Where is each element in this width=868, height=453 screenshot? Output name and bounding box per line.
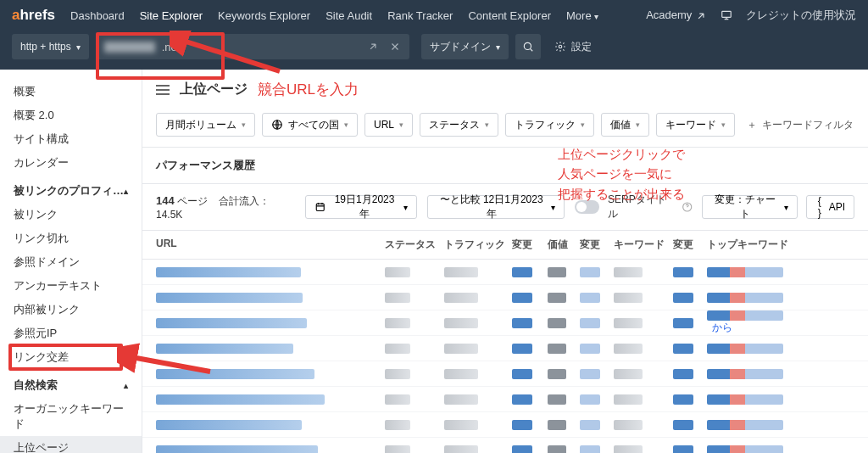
nav-rank-tracker[interactable]: Rank Tracker: [387, 9, 453, 22]
blurred-cell: [580, 318, 600, 328]
credit-usage[interactable]: クレジットの使用状況: [746, 8, 856, 23]
settings-link[interactable]: 設定: [554, 40, 592, 54]
link-suffix[interactable]: から: [712, 322, 732, 333]
caret-down-icon: ▾: [581, 120, 585, 129]
table-row[interactable]: から: [142, 310, 868, 336]
add-keyword-filter[interactable]: ＋キーワードフィルタ: [747, 118, 854, 132]
calendar-icon: [314, 201, 326, 213]
table-row[interactable]: [142, 285, 868, 310]
blurred-cell: [385, 369, 410, 379]
sidebar-section-backlinks[interactable]: 被リンクのプロフィ… ▴: [0, 175, 142, 203]
sidebar-item-broken-links[interactable]: リンク切れ: [0, 226, 142, 250]
blurred-cell: [580, 420, 600, 430]
nav-keywords-explorer[interactable]: Keywords Explorer: [218, 9, 310, 22]
blurred-cell: [673, 394, 693, 405]
filter-label: すべての国: [288, 118, 339, 132]
caret-down-icon: ▾: [399, 120, 403, 129]
th-traffic[interactable]: トラフィック: [444, 238, 512, 252]
filter-value[interactable]: 価値▾: [601, 113, 649, 137]
nav-dashboard[interactable]: Dashboard: [70, 9, 125, 22]
sidebar-item-internal-backlinks[interactable]: 内部被リンク: [0, 298, 142, 322]
page-title: 上位ページ: [180, 81, 248, 98]
add-filter-label: キーワードフィルタ: [762, 118, 854, 132]
nav-academy[interactable]: Academy: [646, 8, 707, 22]
sidebar-label: リンク交差: [14, 350, 69, 365]
th-status[interactable]: ステータス: [385, 238, 444, 252]
protocol-select[interactable]: http + https ▾: [12, 34, 89, 59]
blurred-cell: [614, 420, 643, 430]
academy-label: Academy: [646, 8, 692, 21]
filter-label: URL: [374, 119, 394, 131]
table-row[interactable]: [142, 438, 868, 453]
nav-more[interactable]: More ▾: [566, 9, 598, 22]
th-topkw[interactable]: トップキーワード: [707, 238, 817, 252]
sidebar-item-calendar[interactable]: カレンダー: [0, 151, 142, 175]
hamburger-icon[interactable]: [156, 85, 170, 95]
blurred-cell: [512, 369, 532, 379]
blurred-cell: [385, 293, 410, 303]
sidebar-item-ref-domains[interactable]: 参照ドメイン: [0, 250, 142, 274]
monitor-icon[interactable]: [721, 9, 732, 21]
blurred-cell: [673, 369, 693, 379]
blurred-cell: [156, 267, 301, 277]
nav-site-explorer[interactable]: Site Explorer: [140, 9, 203, 22]
sidebar-item-site-structure[interactable]: サイト構成: [0, 127, 142, 151]
blurred-cell: [512, 445, 532, 454]
blurred-cell: [614, 344, 643, 354]
anno-line: 人気ページを一気に: [558, 164, 685, 183]
filter-volume[interactable]: 月間ボリューム▾: [156, 113, 255, 137]
sidebar-item-organic-keywords[interactable]: オーガニックキーワード: [0, 397, 142, 436]
table-row[interactable]: [142, 260, 868, 285]
url-input[interactable]: .net/: [96, 34, 409, 59]
th-change3[interactable]: 変更: [673, 238, 707, 252]
sidebar-section-label: 自然検索: [14, 378, 58, 393]
table-row[interactable]: [142, 361, 868, 387]
blurred-cell: [156, 369, 314, 379]
close-icon[interactable]: [389, 41, 401, 53]
date-compare-select[interactable]: 〜と比較 12日1月2023年▾: [427, 195, 565, 219]
sidebar-section-organic[interactable]: 自然検索 ▴: [0, 369, 142, 397]
table-header: URL ステータス トラフィック 変更 価値 変更 キーワード 変更 トップキー…: [142, 231, 868, 260]
sidebar-item-backlinks[interactable]: 被リンク: [0, 203, 142, 226]
date-label: 19日1月2023年: [331, 193, 398, 221]
blurred-cell: [156, 318, 307, 328]
sidebar-item-anchor-text[interactable]: アンカーテキスト: [0, 274, 142, 298]
filter-url[interactable]: URL▾: [364, 113, 413, 137]
api-button[interactable]: { } API: [806, 195, 854, 219]
sidebar-item-ref-ip[interactable]: 参照元IP: [0, 322, 142, 345]
table-row[interactable]: [142, 336, 868, 361]
search-bar: http + https ▾ .net/ サブドメイン ▾ 設定: [0, 31, 868, 70]
blurred-cell: [512, 420, 532, 430]
sidebar: 概要 概要 2.0 サイト構成 カレンダー 被リンクのプロフィ… ▴ 被リンク …: [0, 70, 142, 453]
blurred-cell: [548, 344, 566, 354]
change-chart-label: 変更：チャート: [711, 193, 779, 221]
th-url[interactable]: URL: [156, 238, 385, 252]
filter-keyword[interactable]: キーワード▾: [656, 113, 735, 137]
blurred-cell: [156, 420, 302, 430]
logo[interactable]: ahrefs: [12, 7, 55, 24]
subdomain-select[interactable]: サブドメイン ▾: [421, 34, 509, 59]
filter-traffic[interactable]: トラフィック▾: [505, 113, 594, 137]
filter-status[interactable]: ステータス▾: [420, 113, 498, 137]
main: 概要 概要 2.0 サイト構成 カレンダー 被リンクのプロフィ… ▴ 被リンク …: [0, 70, 868, 453]
th-change2[interactable]: 変更: [580, 238, 614, 252]
sidebar-item-overview[interactable]: 概要: [0, 80, 142, 103]
th-value[interactable]: 価値: [548, 238, 580, 252]
filter-country[interactable]: すべての国▾: [262, 113, 358, 137]
th-keyword[interactable]: キーワード: [614, 238, 673, 252]
change-chart-select[interactable]: 変更：チャート▾: [702, 195, 798, 219]
blurred-cell: [385, 344, 410, 354]
url-actions: [367, 41, 401, 53]
open-external-icon[interactable]: [367, 41, 379, 53]
th-change1[interactable]: 変更: [512, 238, 548, 252]
nav-content-explorer[interactable]: Content Explorer: [468, 9, 551, 22]
nav-site-audit[interactable]: Site Audit: [326, 9, 372, 22]
sidebar-item-link-intersect[interactable]: リンク交差: [0, 345, 142, 369]
sidebar-item-top-pages[interactable]: 上位ページ: [0, 436, 142, 453]
table-row[interactable]: [142, 387, 868, 412]
date-select[interactable]: 19日1月2023年▾: [305, 195, 417, 219]
sidebar-item-overview2[interactable]: 概要 2.0: [0, 103, 142, 127]
url-blurred: [104, 42, 155, 53]
search-button[interactable]: [515, 34, 541, 59]
table-row[interactable]: [142, 412, 868, 438]
